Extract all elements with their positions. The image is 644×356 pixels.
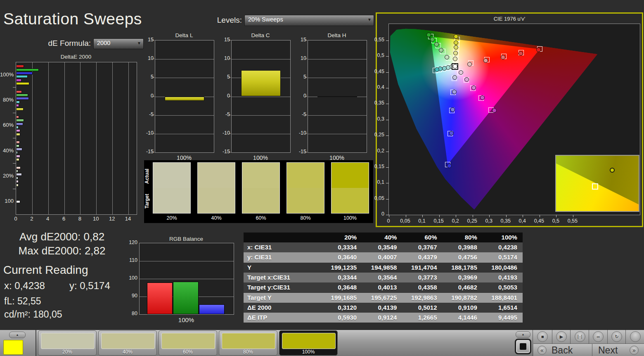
- y-tick-label: 0,15: [370, 164, 384, 169]
- deltae-bar-yellow: [16, 158, 19, 161]
- x-tick-label: 0,25: [465, 218, 480, 224]
- back-chevrons-icon: «: [537, 346, 547, 355]
- play-button[interactable]: ▶: [552, 330, 571, 344]
- gridline: [48, 62, 49, 214]
- pattern-tile-20%[interactable]: 20%: [38, 330, 97, 356]
- pattern-tile-80%[interactable]: 80%: [219, 330, 277, 356]
- value-cell: 0,4682: [443, 282, 483, 292]
- value-cell: 190,8782: [443, 293, 483, 303]
- x-tick: [439, 215, 440, 217]
- value-cell: 1,6514: [483, 303, 523, 313]
- swatch-target-100%: [331, 188, 369, 214]
- group-label: 80%: [0, 97, 14, 103]
- y-tick-label: 10: [219, 55, 230, 61]
- stop-pattern-button[interactable]: [515, 339, 531, 354]
- stop-button[interactable]: ■: [533, 330, 552, 344]
- saturation-sweeps-page: Saturation Sweeps dE Formula: 2000 ▼ Lev…: [0, 0, 644, 356]
- y-tick: [386, 167, 389, 168]
- table-row: Target x:CIE310,33440,35640,37730,39690,…: [244, 273, 523, 282]
- table-row: y: CIE310,36400,40070,43790,47560,5174: [244, 252, 523, 262]
- y-tick-label: 5: [219, 74, 230, 80]
- tile-swatch: [41, 333, 95, 349]
- x-tick-label: 0,1: [414, 218, 429, 224]
- y-tick-label: 10: [143, 55, 154, 61]
- value-cell: 0,3648: [322, 282, 362, 292]
- rgb-bar-red: [147, 282, 173, 314]
- row-label-cell: ΔE 2000: [244, 303, 322, 313]
- value-cell: 0,4379: [402, 252, 442, 262]
- deltae-bar-magenta: [16, 180, 19, 183]
- y-tick: [386, 120, 389, 120]
- gridline: [308, 115, 367, 116]
- group-label: 60%: [0, 122, 14, 128]
- deltae-bar-red: [16, 90, 22, 93]
- deltae-bar-cyan: [16, 126, 19, 129]
- interval-button[interactable]: [··]: [570, 330, 589, 344]
- y-tick: [386, 152, 389, 152]
- pattern-tile-40%[interactable]: 40%: [98, 330, 157, 356]
- axis-tick: [13, 113, 16, 113]
- y-tick-label: 110: [124, 257, 137, 263]
- value-cell: 20%: [322, 233, 362, 242]
- loop-button[interactable]: ∞: [589, 330, 607, 344]
- delta-l-chart: Delta L 151050-5-10-15100%: [145, 32, 215, 159]
- pattern-up-button[interactable]: ▲: [516, 331, 530, 338]
- current-reading-heading: Current Reading: [3, 263, 88, 277]
- x-tick-label: 0,45: [532, 218, 547, 224]
- x-tick-label: 6: [58, 216, 70, 222]
- x-tick-label: 0,4: [515, 218, 530, 224]
- tile-swatch: [282, 333, 336, 349]
- deltae-bar-white: [16, 200, 20, 203]
- next-button[interactable]: Next»: [592, 344, 644, 356]
- blank-button[interactable]: [625, 330, 644, 344]
- x-tick-label: 0,35: [498, 218, 513, 224]
- pattern-strip-up-button[interactable]: ▲: [9, 332, 26, 338]
- value-cell: 0,4007: [362, 252, 402, 262]
- row-label-cell: ΔE ITP: [244, 313, 322, 323]
- table-row: ΔE ITP0,59300,91241,26654,14469,4495: [244, 313, 523, 323]
- cie-measured-magenta: [492, 108, 497, 113]
- levels-value: 20% Sweeps: [248, 16, 283, 23]
- gridline: [232, 59, 290, 59]
- levels-dropdown[interactable]: 20% Sweeps ▼: [244, 15, 374, 26]
- y-tick: [386, 183, 389, 183]
- current-x-readout: x: 0,4238: [4, 280, 45, 292]
- value-cell: 0,3564: [362, 273, 402, 282]
- value-cell: 0,3549: [362, 242, 402, 252]
- delta_l-plot: [155, 40, 214, 153]
- de-formula-dropdown[interactable]: 2000 ▼: [93, 38, 144, 49]
- gridline: [64, 62, 65, 214]
- levels-label: Levels:: [209, 16, 242, 25]
- deltae2000-chart: DeltaE 2000 02468101214100%80%60%40%20%1…: [0, 54, 140, 225]
- target-row-label: Target: [144, 188, 152, 214]
- table-row: x: CIE310,33340,35490,37670,39880,4238: [244, 242, 523, 252]
- y-tick-label: -15: [219, 149, 230, 154]
- deltae-bar-yellow: [16, 184, 19, 187]
- stop-square-icon: [520, 343, 526, 350]
- pattern-tile-100%[interactable]: 100%: [279, 330, 338, 356]
- y-tick-label: -10: [219, 130, 230, 136]
- y-tick-label: 5: [296, 74, 306, 80]
- delta-h-chart: Delta H 151050-5-10-15100%: [298, 32, 368, 159]
- deltae2000-title: DeltaE 2000: [16, 54, 136, 60]
- value-cell: 0,5930: [322, 313, 362, 323]
- y-tick-label: -15: [296, 149, 306, 154]
- x-tick-label: 0,05: [398, 218, 413, 224]
- swatch-label: 20%: [149, 215, 194, 221]
- x-tick-label: 8: [73, 216, 86, 222]
- axis-tick: [13, 87, 16, 88]
- deltae-bar-red: [16, 166, 21, 169]
- back-button[interactable]: «Back: [533, 344, 592, 356]
- gridline: [232, 134, 290, 134]
- inset-target-point: [592, 183, 598, 190]
- refresh-button[interactable]: ↻: [607, 330, 626, 344]
- y-tick-label: -5: [143, 112, 154, 117]
- deltae-bar-green: [16, 94, 28, 97]
- x-tick: [456, 215, 456, 217]
- y-tick: [386, 104, 389, 104]
- blank-icon: [630, 331, 641, 342]
- pattern-bar: ▲20%40%60%80%100%▲■▶[··]∞↻«BackNext»: [0, 329, 644, 356]
- pattern-tile-60%[interactable]: 60%: [159, 330, 217, 356]
- value-cell: 100%: [483, 233, 523, 242]
- tile-swatch: [222, 333, 275, 349]
